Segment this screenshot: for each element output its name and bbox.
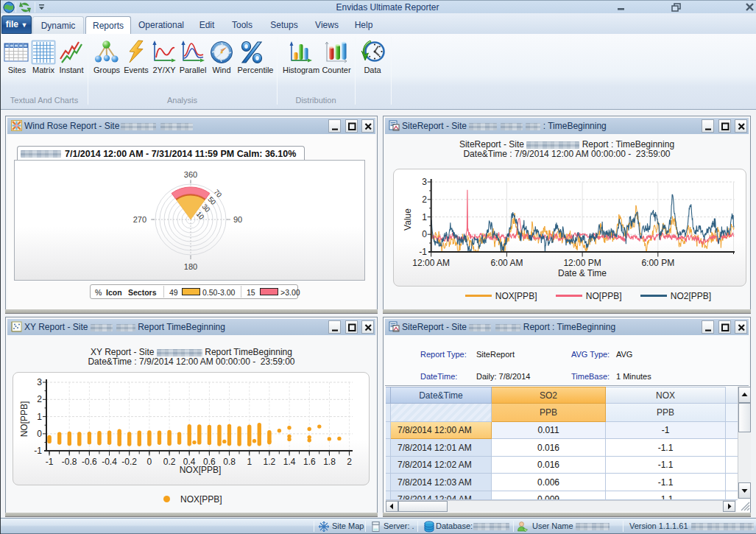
svg-text:2: 2: [422, 194, 427, 205]
svg-text:6:00 PM: 6:00 PM: [641, 258, 674, 268]
svg-text:0: 0: [37, 429, 42, 439]
svg-text:6:00 AM: 6:00 AM: [490, 258, 523, 268]
svg-text:0: 0: [147, 457, 152, 467]
svg-text:1.2: 1.2: [264, 457, 276, 467]
svg-text:Date & Time: Date & Time: [558, 268, 607, 278]
svg-text:12:00 PM: 12:00 PM: [563, 258, 601, 268]
svg-text:-0.6: -0.6: [82, 457, 97, 467]
svg-text:180: 180: [184, 262, 197, 271]
svg-text:90: 90: [233, 215, 242, 224]
svg-text:0: 0: [422, 229, 427, 239]
svg-text:-1: -1: [46, 457, 54, 467]
svg-text:2: 2: [347, 457, 352, 467]
svg-text:-1: -1: [34, 446, 42, 456]
svg-text:270: 270: [133, 215, 146, 224]
svg-text:-1: -1: [419, 247, 427, 257]
svg-text:NO[PPB]: NO[PPB]: [19, 401, 29, 438]
svg-text:-0.2: -0.2: [121, 457, 137, 467]
svg-text:Value: Value: [403, 208, 413, 231]
svg-text:-0.8: -0.8: [62, 457, 77, 467]
svg-text:0.6: 0.6: [203, 457, 216, 467]
svg-text:1.6: 1.6: [303, 457, 316, 467]
svg-text:3: 3: [37, 377, 42, 387]
svg-text:1.4: 1.4: [283, 457, 296, 467]
svg-text:0.2: 0.2: [163, 457, 176, 467]
svg-text:1: 1: [247, 457, 252, 467]
svg-text:-0.4: -0.4: [102, 457, 117, 467]
svg-text:1.8: 1.8: [323, 457, 336, 467]
svg-text:1: 1: [422, 212, 427, 222]
svg-text:12:00 AM: 12:00 AM: [412, 258, 450, 268]
svg-text:1: 1: [37, 412, 42, 422]
svg-text:360: 360: [184, 170, 197, 179]
svg-text:2: 2: [37, 394, 42, 404]
svg-text:0.8: 0.8: [223, 457, 236, 467]
svg-text:3: 3: [422, 177, 427, 187]
svg-text:0.4: 0.4: [183, 457, 196, 467]
